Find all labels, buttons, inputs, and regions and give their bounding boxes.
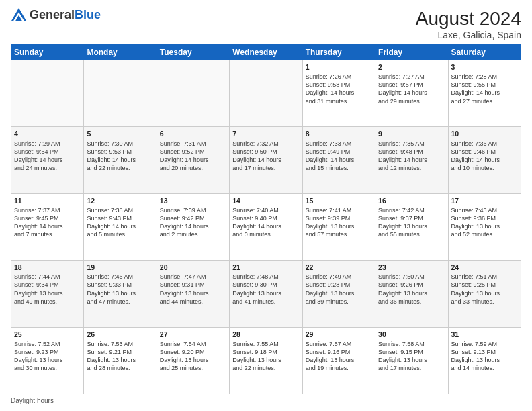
day-info: Sunrise: 7:57 AM Sunset: 9:16 PM Dayligh… <box>306 340 372 373</box>
title-block: August 2024 Laxe, Galicia, Spain <box>416 8 521 40</box>
calendar-day-header: Saturday <box>448 45 521 60</box>
day-number: 19 <box>87 263 153 272</box>
day-info: Sunrise: 7:35 AM Sunset: 9:48 PM Dayligh… <box>378 140 445 173</box>
day-number: 6 <box>160 129 226 138</box>
calendar-cell: 18Sunrise: 7:44 AM Sunset: 9:34 PM Dayli… <box>11 261 84 327</box>
calendar-week-row: 11Sunrise: 7:37 AM Sunset: 9:45 PM Dayli… <box>11 193 521 260</box>
day-number: 20 <box>160 263 226 272</box>
logo-icon <box>11 8 27 21</box>
day-number: 14 <box>232 196 299 205</box>
day-number: 29 <box>306 330 372 339</box>
day-info: Sunrise: 7:32 AM Sunset: 9:50 PM Dayligh… <box>232 140 299 173</box>
day-number: 21 <box>232 263 299 272</box>
day-info: Sunrise: 7:44 AM Sunset: 9:34 PM Dayligh… <box>14 273 81 306</box>
day-info: Sunrise: 7:48 AM Sunset: 9:30 PM Dayligh… <box>232 273 299 306</box>
day-info: Sunrise: 7:49 AM Sunset: 9:28 PM Dayligh… <box>306 273 372 306</box>
calendar-cell: 19Sunrise: 7:46 AM Sunset: 9:33 PM Dayli… <box>84 261 157 327</box>
day-number: 30 <box>378 330 445 339</box>
calendar-header-row: SundayMondayTuesdayWednesdayThursdayFrid… <box>11 45 521 60</box>
calendar-cell: 14Sunrise: 7:40 AM Sunset: 9:40 PM Dayli… <box>230 193 302 260</box>
header: GeneralBlue August 2024 Laxe, Galicia, S… <box>11 8 521 40</box>
day-info: Sunrise: 7:55 AM Sunset: 9:18 PM Dayligh… <box>232 340 299 373</box>
day-number: 2 <box>378 62 445 72</box>
day-info: Sunrise: 7:50 AM Sunset: 9:26 PM Dayligh… <box>378 273 445 306</box>
calendar-cell: 1Sunrise: 7:26 AM Sunset: 9:58 PM Daylig… <box>302 60 375 127</box>
calendar-cell: 31Sunrise: 7:59 AM Sunset: 9:13 PM Dayli… <box>448 327 521 394</box>
calendar-cell: 24Sunrise: 7:51 AM Sunset: 9:25 PM Dayli… <box>448 261 521 327</box>
calendar-cell: 10Sunrise: 7:36 AM Sunset: 9:46 PM Dayli… <box>448 127 521 193</box>
day-number: 23 <box>378 263 445 272</box>
day-number: 5 <box>87 129 153 138</box>
footer-note: Daylight hours <box>11 397 521 404</box>
daylight-hours-label: Daylight hours <box>11 397 54 404</box>
month-year: August 2024 <box>416 8 521 30</box>
calendar-cell: 23Sunrise: 7:50 AM Sunset: 9:26 PM Dayli… <box>375 261 448 327</box>
day-info: Sunrise: 7:29 AM Sunset: 9:54 PM Dayligh… <box>14 140 81 173</box>
day-info: Sunrise: 7:36 AM Sunset: 9:46 PM Dayligh… <box>451 140 518 173</box>
calendar-cell: 9Sunrise: 7:35 AM Sunset: 9:48 PM Daylig… <box>375 127 448 193</box>
day-info: Sunrise: 7:51 AM Sunset: 9:25 PM Dayligh… <box>451 273 518 306</box>
day-number: 12 <box>87 196 153 205</box>
calendar-cell: 13Sunrise: 7:39 AM Sunset: 9:42 PM Dayli… <box>157 193 229 260</box>
calendar-cell: 16Sunrise: 7:42 AM Sunset: 9:37 PM Dayli… <box>375 193 448 260</box>
calendar-cell <box>157 60 229 127</box>
day-info: Sunrise: 7:37 AM Sunset: 9:45 PM Dayligh… <box>14 206 81 239</box>
calendar-cell: 5Sunrise: 7:30 AM Sunset: 9:53 PM Daylig… <box>84 127 157 193</box>
day-info: Sunrise: 7:46 AM Sunset: 9:33 PM Dayligh… <box>87 273 153 306</box>
day-number: 3 <box>451 62 518 72</box>
calendar-cell <box>230 60 302 127</box>
calendar: SundayMondayTuesdayWednesdayThursdayFrid… <box>11 44 521 394</box>
day-info: Sunrise: 7:30 AM Sunset: 9:53 PM Dayligh… <box>87 140 153 173</box>
calendar-cell: 22Sunrise: 7:49 AM Sunset: 9:28 PM Dayli… <box>302 261 375 327</box>
calendar-week-row: 4Sunrise: 7:29 AM Sunset: 9:54 PM Daylig… <box>11 127 521 193</box>
calendar-cell: 3Sunrise: 7:28 AM Sunset: 9:55 PM Daylig… <box>448 60 521 127</box>
day-info: Sunrise: 7:42 AM Sunset: 9:37 PM Dayligh… <box>378 206 445 239</box>
calendar-cell: 28Sunrise: 7:55 AM Sunset: 9:18 PM Dayli… <box>230 327 302 394</box>
logo-general-text: General <box>30 8 75 21</box>
day-number: 11 <box>14 196 81 205</box>
day-info: Sunrise: 7:26 AM Sunset: 9:58 PM Dayligh… <box>306 73 372 105</box>
day-info: Sunrise: 7:39 AM Sunset: 9:42 PM Dayligh… <box>160 206 226 239</box>
day-number: 16 <box>378 196 445 205</box>
day-number: 8 <box>306 129 372 138</box>
day-info: Sunrise: 7:54 AM Sunset: 9:20 PM Dayligh… <box>160 340 226 373</box>
day-number: 24 <box>451 263 518 272</box>
day-info: Sunrise: 7:59 AM Sunset: 9:13 PM Dayligh… <box>451 340 518 373</box>
location: Laxe, Galicia, Spain <box>416 30 521 40</box>
day-info: Sunrise: 7:47 AM Sunset: 9:31 PM Dayligh… <box>160 273 226 306</box>
calendar-day-header: Monday <box>84 45 157 60</box>
calendar-cell: 11Sunrise: 7:37 AM Sunset: 9:45 PM Dayli… <box>11 193 84 260</box>
day-number: 13 <box>160 196 226 205</box>
calendar-cell: 8Sunrise: 7:33 AM Sunset: 9:49 PM Daylig… <box>302 127 375 193</box>
day-number: 1 <box>306 62 372 72</box>
day-number: 22 <box>306 263 372 272</box>
calendar-week-row: 18Sunrise: 7:44 AM Sunset: 9:34 PM Dayli… <box>11 261 521 327</box>
calendar-week-row: 25Sunrise: 7:52 AM Sunset: 9:23 PM Dayli… <box>11 327 521 394</box>
page: GeneralBlue August 2024 Laxe, Galicia, S… <box>0 0 532 411</box>
calendar-cell <box>11 60 84 127</box>
calendar-cell: 6Sunrise: 7:31 AM Sunset: 9:52 PM Daylig… <box>157 127 229 193</box>
calendar-cell: 26Sunrise: 7:53 AM Sunset: 9:21 PM Dayli… <box>84 327 157 394</box>
calendar-day-header: Sunday <box>11 45 84 60</box>
calendar-cell <box>84 60 157 127</box>
calendar-cell: 4Sunrise: 7:29 AM Sunset: 9:54 PM Daylig… <box>11 127 84 193</box>
day-info: Sunrise: 7:28 AM Sunset: 9:55 PM Dayligh… <box>451 73 518 105</box>
calendar-day-header: Thursday <box>302 45 375 60</box>
calendar-cell: 29Sunrise: 7:57 AM Sunset: 9:16 PM Dayli… <box>302 327 375 394</box>
day-number: 10 <box>451 129 518 138</box>
day-number: 28 <box>232 330 299 339</box>
day-info: Sunrise: 7:41 AM Sunset: 9:39 PM Dayligh… <box>306 206 372 239</box>
calendar-day-header: Friday <box>375 45 448 60</box>
day-info: Sunrise: 7:31 AM Sunset: 9:52 PM Dayligh… <box>160 140 226 173</box>
calendar-cell: 27Sunrise: 7:54 AM Sunset: 9:20 PM Dayli… <box>157 327 229 394</box>
day-number: 31 <box>451 330 518 339</box>
day-info: Sunrise: 7:58 AM Sunset: 9:15 PM Dayligh… <box>378 340 445 373</box>
day-number: 17 <box>451 196 518 205</box>
day-number: 25 <box>14 330 81 339</box>
day-info: Sunrise: 7:53 AM Sunset: 9:21 PM Dayligh… <box>87 340 153 373</box>
day-number: 4 <box>14 129 81 138</box>
calendar-cell: 21Sunrise: 7:48 AM Sunset: 9:30 PM Dayli… <box>230 261 302 327</box>
day-info: Sunrise: 7:52 AM Sunset: 9:23 PM Dayligh… <box>14 340 81 373</box>
calendar-day-header: Tuesday <box>157 45 229 60</box>
calendar-cell: 30Sunrise: 7:58 AM Sunset: 9:15 PM Dayli… <box>375 327 448 394</box>
